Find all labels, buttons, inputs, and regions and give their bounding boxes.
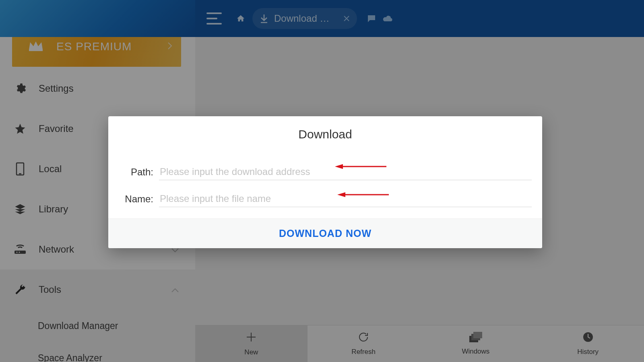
dialog-footer: DOWNLOAD NOW [108, 218, 542, 248]
path-label: Path: [119, 167, 153, 178]
annotation-arrow-icon [335, 163, 387, 170]
svg-marker-11 [335, 164, 343, 169]
field-name: Name: [119, 191, 532, 207]
dialog-title: Download [108, 116, 542, 149]
app-root: ES PREMIUM Settings Favorite Local [0, 0, 644, 362]
download-now-button[interactable]: DOWNLOAD NOW [279, 228, 372, 239]
download-dialog: Download Path: Name: DOWNLOAD NOW [108, 116, 542, 248]
svg-marker-13 [337, 192, 345, 197]
name-label: Name: [119, 193, 153, 205]
field-path: Path: [119, 164, 532, 180]
annotation-arrow-icon [337, 191, 390, 198]
